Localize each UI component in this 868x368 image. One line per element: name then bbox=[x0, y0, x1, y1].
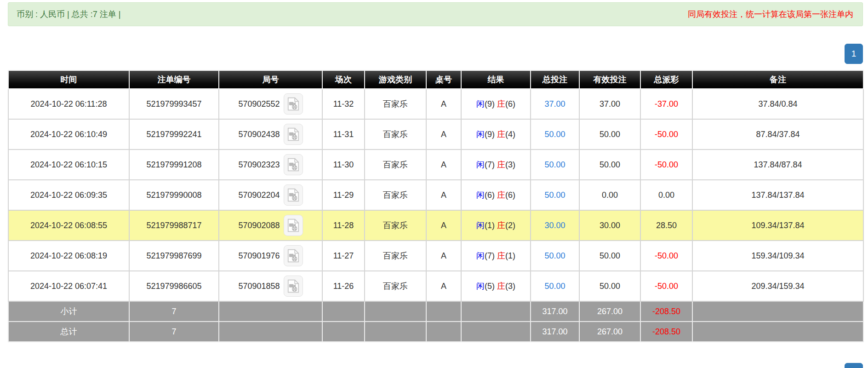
cell-table-no: A bbox=[426, 241, 461, 271]
result-banker-label: 庄 bbox=[497, 282, 505, 291]
pagination-page-1-bottom[interactable]: 1 bbox=[845, 363, 863, 368]
video-replay-button[interactable] bbox=[284, 93, 303, 115]
col-header-bet-id: 注单编号 bbox=[129, 70, 219, 89]
round-id-wrap: 570902323 bbox=[238, 154, 303, 175]
cell-game-type: 百家乐 bbox=[365, 150, 426, 180]
result-banker-label: 庄 bbox=[497, 221, 505, 230]
round-id-text: 570901858 bbox=[238, 282, 280, 291]
cell-game-type: 百家乐 bbox=[365, 271, 426, 301]
result-banker-value: (1) bbox=[505, 251, 515, 260]
result-player-value: (9) bbox=[485, 99, 495, 109]
col-header-game-type: 游戏类别 bbox=[365, 70, 426, 89]
result-player-value: (7) bbox=[485, 251, 495, 260]
result-banker-label: 庄 bbox=[497, 251, 505, 260]
video-replay-button[interactable] bbox=[284, 154, 303, 175]
cell-empty bbox=[365, 322, 426, 342]
subtotal-row-count: 7 bbox=[129, 301, 219, 322]
cell-table-no: A bbox=[426, 210, 461, 241]
cell-empty bbox=[461, 301, 531, 322]
cell-total-bet[interactable]: 37.00 bbox=[531, 89, 579, 119]
video-replay-button[interactable] bbox=[284, 124, 303, 145]
cell-round-id: 570902438 bbox=[219, 119, 322, 150]
video-replay-button[interactable] bbox=[284, 245, 303, 266]
result-banker-label: 庄 bbox=[497, 130, 505, 139]
col-header-total-bet: 总投注 bbox=[531, 70, 579, 89]
video-icon bbox=[287, 218, 299, 232]
summary-bar: 币别 : 人民币 | 总共 :7 注单 | 同局有效投注，统一计算在该局第一张注… bbox=[8, 2, 863, 26]
cell-table-no: A bbox=[426, 89, 461, 119]
bets-table: 时间 注单编号 局号 场次 游戏类别 桌号 结果 总投注 有效投注 总派彩 备注… bbox=[8, 70, 864, 342]
col-header-session: 场次 bbox=[322, 70, 365, 89]
table-header-row: 时间 注单编号 局号 场次 游戏类别 桌号 结果 总投注 有效投注 总派彩 备注 bbox=[8, 70, 863, 89]
round-id-wrap: 570902204 bbox=[238, 184, 303, 206]
cell-empty bbox=[426, 301, 461, 322]
cell-table-no: A bbox=[426, 180, 461, 210]
cell-total-bet[interactable]: 30.00 bbox=[531, 210, 579, 241]
cell-result: 闲(1) 庄(2) bbox=[461, 210, 531, 241]
cell-bet-id: 521979988717 bbox=[129, 210, 219, 241]
total-row-total-bet: 317.00 bbox=[531, 322, 579, 342]
video-icon bbox=[287, 249, 299, 263]
result-banker-value: (4) bbox=[505, 130, 515, 139]
cell-total-bet[interactable]: 50.00 bbox=[531, 150, 579, 180]
video-replay-button[interactable] bbox=[284, 215, 303, 236]
cell-time: 2024-10-22 06:08:19 bbox=[8, 241, 129, 271]
cell-time: 2024-10-22 06:10:15 bbox=[8, 150, 129, 180]
cell-bet-id: 521979986605 bbox=[129, 271, 219, 301]
total-row-count: 7 bbox=[129, 322, 219, 342]
cell-table-no: A bbox=[426, 119, 461, 150]
cell-valid-bet: 50.00 bbox=[579, 150, 640, 180]
subtotal-row: 小计7317.00267.00-208.50 bbox=[8, 301, 863, 322]
round-id-text: 570902204 bbox=[238, 190, 280, 200]
cell-session: 11-32 bbox=[322, 89, 365, 119]
result-banker-label: 庄 bbox=[497, 190, 505, 200]
video-replay-button[interactable] bbox=[284, 184, 303, 206]
result-banker-value: (6) bbox=[505, 190, 515, 200]
cell-time: 2024-10-22 06:07:41 bbox=[8, 271, 129, 301]
cell-payout: -50.00 bbox=[640, 241, 692, 271]
cell-total-bet[interactable]: 50.00 bbox=[531, 180, 579, 210]
cell-round-id: 570902323 bbox=[219, 150, 322, 180]
pagination-top: 1 bbox=[0, 44, 863, 64]
cell-round-id: 570902088 bbox=[219, 210, 322, 241]
table-row: 2024-10-22 06:10:49521979992241570902438… bbox=[8, 119, 863, 150]
cell-valid-bet: 50.00 bbox=[579, 119, 640, 150]
round-id-wrap: 570901976 bbox=[238, 245, 303, 266]
cell-empty bbox=[365, 301, 426, 322]
round-id-text: 570902323 bbox=[238, 160, 280, 170]
cell-empty bbox=[322, 322, 365, 342]
result-banker-value: (3) bbox=[505, 282, 515, 291]
cell-valid-bet: 50.00 bbox=[579, 241, 640, 271]
pagination-page-1[interactable]: 1 bbox=[845, 44, 863, 64]
cell-total-bet[interactable]: 50.00 bbox=[531, 119, 579, 150]
table-row: 2024-10-22 06:09:35521979990008570902204… bbox=[8, 180, 863, 210]
cell-time: 2024-10-22 06:10:49 bbox=[8, 119, 129, 150]
cell-session: 11-28 bbox=[322, 210, 365, 241]
cell-result: 闲(9) 庄(4) bbox=[461, 119, 531, 150]
video-replay-button[interactable] bbox=[284, 276, 303, 297]
cell-empty bbox=[219, 322, 322, 342]
video-icon bbox=[287, 97, 299, 111]
cell-empty bbox=[692, 301, 863, 322]
cell-valid-bet: 37.00 bbox=[579, 89, 640, 119]
round-id-text: 570902438 bbox=[238, 130, 280, 139]
result-banker-label: 庄 bbox=[497, 99, 505, 109]
result-player-label: 闲 bbox=[476, 160, 485, 169]
cell-valid-bet: 30.00 bbox=[579, 210, 640, 241]
result-player-label: 闲 bbox=[476, 99, 485, 109]
subtotal-row-payout: -208.50 bbox=[640, 301, 692, 322]
cell-session: 11-27 bbox=[322, 241, 365, 271]
result-player-label: 闲 bbox=[476, 190, 485, 200]
table-row: 2024-10-22 06:11:28521979993457570902552… bbox=[8, 89, 863, 119]
col-header-round-id: 局号 bbox=[219, 70, 322, 89]
cell-result: 闲(7) 庄(3) bbox=[461, 150, 531, 180]
cell-empty bbox=[461, 322, 531, 342]
cell-time: 2024-10-22 06:11:28 bbox=[8, 89, 129, 119]
cell-payout: 28.50 bbox=[640, 210, 692, 241]
cell-total-bet[interactable]: 50.00 bbox=[531, 271, 579, 301]
cell-round-id: 570902204 bbox=[219, 180, 322, 210]
video-icon bbox=[287, 127, 299, 141]
cell-total-bet[interactable]: 50.00 bbox=[531, 241, 579, 271]
video-icon bbox=[287, 158, 299, 172]
round-id-wrap: 570902088 bbox=[238, 215, 303, 236]
